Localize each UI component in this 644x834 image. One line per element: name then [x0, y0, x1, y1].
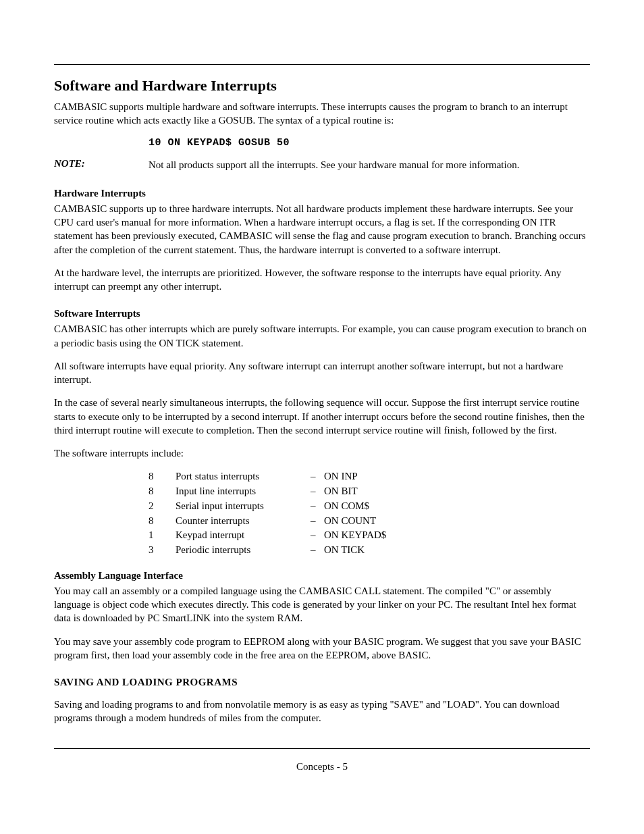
software-interrupts-heading: Software Interrupts: [54, 308, 590, 319]
table-row: 8 Counter interrupts – ON COUNT: [149, 514, 590, 529]
cmd-cell: ON INP: [324, 469, 358, 484]
assembly-p2: You may save your assembly code program …: [54, 635, 590, 662]
top-rule: [54, 64, 590, 65]
note-text: Not all products support all the interru…: [149, 158, 519, 172]
desc-cell: Input line interrupts: [176, 484, 311, 499]
code-example: 10 ON KEYPAD$ GOSUB 50: [149, 137, 590, 149]
bottom-rule: [54, 748, 590, 749]
dash-cell: –: [311, 543, 324, 558]
cmd-cell: ON COUNT: [324, 514, 376, 529]
desc-cell: Serial input interrupts: [176, 499, 311, 514]
note-row: NOTE: Not all products support all the i…: [54, 158, 590, 172]
table-row: 8 Port status interrupts – ON INP: [149, 469, 590, 484]
dash-cell: –: [311, 514, 324, 529]
desc-cell: Periodic interrupts: [176, 543, 311, 558]
saving-loading-heading: SAVING AND LOADING PROGRAMS: [54, 677, 590, 688]
desc-cell: Port status interrupts: [176, 469, 311, 484]
desc-cell: Counter interrupts: [176, 514, 311, 529]
software-p3: In the case of several nearly simultaneo…: [54, 396, 590, 437]
cmd-cell: ON TICK: [324, 543, 365, 558]
note-label: NOTE:: [54, 158, 149, 172]
table-row: 2 Serial input interrupts – ON COM$: [149, 499, 590, 514]
table-row: 3 Periodic interrupts – ON TICK: [149, 543, 590, 558]
dash-cell: –: [311, 469, 324, 484]
table-row: 8 Input line interrupts – ON BIT: [149, 484, 590, 499]
dash-cell: –: [311, 499, 324, 514]
document-page: Software and Hardware Interrupts CAMBASI…: [0, 0, 644, 813]
hardware-p2: At the hardware level, the interrupts ar…: [54, 266, 590, 294]
interrupt-table: 8 Port status interrupts – ON INP 8 Inpu…: [149, 469, 590, 558]
dash-cell: –: [311, 528, 324, 543]
count-cell: 8: [149, 469, 176, 484]
dash-cell: –: [311, 484, 324, 499]
count-cell: 1: [149, 528, 176, 543]
cmd-cell: ON KEYPAD$: [324, 528, 386, 543]
count-cell: 8: [149, 484, 176, 499]
intro-paragraph: CAMBASIC supports multiple hardware and …: [54, 100, 590, 128]
count-cell: 2: [149, 499, 176, 514]
count-cell: 3: [149, 543, 176, 558]
assembly-p1: You may call an assembly or a compiled l…: [54, 584, 590, 625]
page-footer: Concepts - 5: [54, 761, 590, 773]
cmd-cell: ON COM$: [324, 499, 369, 514]
assembly-heading: Assembly Language Interface: [54, 570, 590, 581]
cmd-cell: ON BIT: [324, 484, 358, 499]
software-p4: The software interrupts include:: [54, 446, 590, 460]
software-p1: CAMBASIC has other interrupts which are …: [54, 322, 590, 350]
desc-cell: Keypad interrupt: [176, 528, 311, 543]
page-title: Software and Hardware Interrupts: [54, 77, 590, 95]
hardware-p1: CAMBASIC supports up to three hardware i…: [54, 202, 590, 257]
count-cell: 8: [149, 514, 176, 529]
table-row: 1 Keypad interrupt – ON KEYPAD$: [149, 528, 590, 543]
software-p2: All software interrupts have equal prior…: [54, 359, 590, 387]
hardware-interrupts-heading: Hardware Interrupts: [54, 188, 590, 199]
saving-p1: Saving and loading programs to and from …: [54, 698, 590, 725]
